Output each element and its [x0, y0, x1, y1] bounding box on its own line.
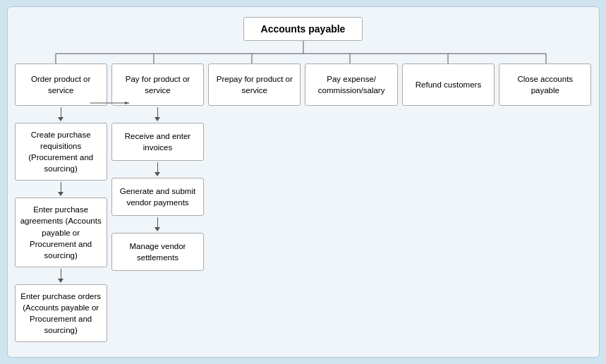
col2-top-box: Pay for product or service	[111, 63, 204, 106]
col1-arrow3	[58, 269, 63, 283]
col1-sub2-label: Enter purchase agreements (Accounts paya…	[20, 204, 102, 260]
col5-top-box: Refund customers	[402, 63, 495, 106]
col1-arrow1	[58, 107, 63, 121]
col1-sub2: Enter purchase agreements (Accounts paya…	[15, 198, 107, 267]
col2-sub3: Manage vendor settlements	[111, 233, 204, 271]
col6-top-box: Close accounts payable	[499, 63, 591, 106]
col2-sub2: Generate and submit vendor payments	[111, 178, 204, 216]
col3-top-box: Prepay for product or service	[208, 63, 301, 106]
col1-sub3-label: Enter purchase orders (Accounts payable …	[20, 291, 102, 336]
columns-row: Order product or service Create purchase…	[15, 63, 592, 342]
column-pay-product: Pay for product or service Receive and e…	[111, 63, 204, 271]
col1-arrow2	[58, 182, 63, 196]
col1-sub1: Create purchase requisitions (Procuremen…	[15, 123, 107, 181]
column-refund: Refund customers	[402, 63, 495, 106]
col2-sub2-label: Generate and submit vendor payments	[116, 186, 199, 208]
col2-arrow1	[154, 107, 160, 121]
column-close: Close accounts payable	[499, 63, 591, 106]
col4-top-box: Pay expense/ commission/salary	[305, 63, 397, 106]
col1-top-box: Order product or service	[15, 63, 107, 106]
col1-sub1-label: Create purchase requisitions (Procuremen…	[20, 129, 102, 174]
col4-label: Pay expense/ commission/salary	[310, 73, 392, 96]
col2-arrow2	[154, 162, 160, 176]
col1-sub3: Enter purchase orders (Accounts payable …	[15, 284, 107, 342]
top-node: Accounts payable	[243, 17, 363, 41]
branch-lines-svg	[15, 41, 592, 63]
col2-sub3-label: Manage vendor settlements	[116, 241, 199, 263]
diagram-container: Accounts payable Order product or servic…	[7, 6, 600, 358]
col2-sub1-label: Receive and enter invoices	[116, 131, 199, 153]
col1-label: Order product or service	[20, 73, 102, 96]
top-node-wrapper: Accounts payable	[15, 17, 592, 41]
col2-label: Pay for product or service	[116, 73, 199, 96]
column-order-product: Order product or service Create purchase…	[15, 63, 107, 342]
col5-label: Refund customers	[416, 79, 481, 90]
col2-arrow3	[154, 217, 160, 231]
column-prepay: Prepay for product or service	[208, 63, 301, 106]
col6-label: Close accounts payable	[504, 73, 586, 96]
col2-sub1: Receive and enter invoices	[111, 123, 204, 161]
col3-label: Prepay for product or service	[213, 73, 296, 96]
column-pay-expense: Pay expense/ commission/salary	[305, 63, 397, 106]
